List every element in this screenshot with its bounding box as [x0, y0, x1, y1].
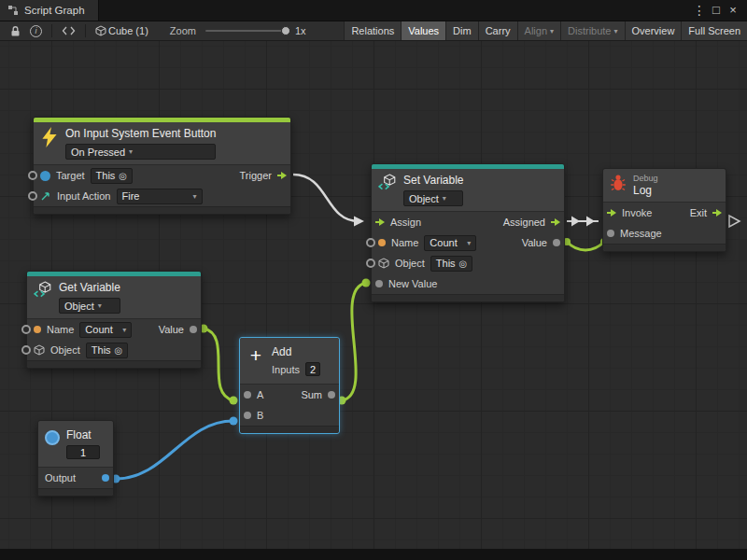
output-label: Output [45, 472, 76, 483]
tab-script-graph[interactable]: Script Graph [0, 0, 99, 21]
variable-scope-dropdown[interactable]: Object ▾ [403, 190, 463, 206]
object-port[interactable] [366, 259, 375, 268]
node-on-input-system-event[interactable]: On Input System Event Button On Pressed … [33, 117, 291, 215]
node-footer [240, 426, 339, 433]
align-button[interactable]: Align ▾ [517, 21, 560, 40]
chevron-down-icon: ▾ [614, 27, 618, 35]
input-action-value: Fire [122, 190, 140, 202]
variable-name-dropdown[interactable]: Count ▾ [79, 322, 132, 338]
assigned-output-port[interactable] [551, 217, 560, 227]
a-input-port[interactable] [244, 391, 251, 399]
carry-button[interactable]: Carry [478, 21, 517, 40]
align-label: Align [525, 25, 547, 36]
node-title: Set Variable [403, 174, 463, 187]
node-debug-log[interactable]: Debug Log Invoke Exit Message [602, 168, 726, 252]
row-object: Object This ◎ [372, 253, 564, 273]
node-title: Get Variable [59, 281, 120, 294]
distribute-button[interactable]: Distribute ▾ [560, 21, 624, 40]
relations-button[interactable]: Relations [344, 21, 401, 40]
zoom-slider[interactable] [205, 30, 288, 32]
target-port[interactable] [28, 171, 37, 180]
variable-scope-dropdown[interactable]: Object ▾ [59, 298, 120, 314]
chevron-down-icon: ▾ [192, 192, 196, 201]
target-object-button[interactable]: Cube (1) [91, 21, 153, 40]
name-port[interactable] [21, 325, 31, 334]
event-mode-label: On Pressed [71, 147, 125, 158]
output-port[interactable] [102, 474, 109, 482]
variable-name-dropdown[interactable]: Count ▾ [424, 235, 476, 251]
chevron-down-icon: ▾ [443, 194, 446, 203]
string-type-icon [378, 239, 386, 246]
inputs-label: Inputs [272, 364, 300, 375]
event-mode-dropdown[interactable]: On Pressed ▾ [65, 144, 216, 160]
name-port[interactable] [366, 238, 375, 247]
values-button[interactable]: Values [401, 21, 445, 40]
zoom-slider-handle[interactable] [281, 26, 290, 35]
object-port[interactable] [21, 345, 31, 355]
variable-icon [378, 174, 397, 192]
lock-icon [10, 25, 21, 37]
row-message: Message [603, 223, 726, 244]
name-label: Name [391, 237, 418, 248]
b-label: B [257, 410, 263, 421]
code-icon [62, 26, 76, 35]
exit-label: Exit [690, 207, 707, 218]
node-footer [372, 294, 564, 301]
exit-output-port[interactable] [712, 208, 722, 217]
dim-button[interactable]: Dim [445, 21, 478, 40]
node-get-variable[interactable]: Get Variable Object ▾ Name Count ▾ Value [26, 271, 202, 369]
input-action-port[interactable] [28, 191, 37, 201]
scope-label: Object [64, 301, 94, 312]
row-b: B [240, 405, 339, 426]
name-label: Name [47, 324, 74, 335]
node-category: Debug [633, 174, 658, 183]
window-menu-icon[interactable]: ⋮ [691, 0, 708, 21]
node-title: Add [272, 345, 320, 358]
invoke-input-port[interactable] [607, 208, 616, 217]
sum-label: Sum [301, 389, 322, 400]
new-value-input-port[interactable] [375, 280, 383, 287]
value-output-port[interactable] [190, 326, 197, 333]
object-chip[interactable]: This ◎ [430, 256, 473, 272]
node-add[interactable]: + Add Inputs 2 A Sum B [239, 337, 340, 434]
row-new-value: New Value [372, 273, 564, 294]
value-output-port[interactable] [553, 239, 560, 246]
target-icon: ◎ [119, 171, 127, 181]
value-label: Value [159, 324, 184, 335]
inspect-button[interactable]: i [25, 21, 47, 40]
target-object-chip[interactable]: This ◎ [91, 168, 134, 184]
node-header: + Add Inputs 2 [240, 338, 339, 385]
add-icon: + [247, 345, 265, 366]
toolbar-separator [85, 24, 86, 37]
title-bar: Script Graph ⋮ □ × [0, 0, 747, 21]
node-set-variable[interactable]: Set Variable Object ▾ Assign Assigned Na… [371, 163, 565, 302]
gameobject-icon [40, 171, 50, 181]
sum-output-port[interactable] [328, 391, 335, 399]
code-view-button[interactable] [57, 21, 80, 40]
maximize-icon[interactable]: □ [708, 0, 725, 21]
b-input-port[interactable] [244, 412, 251, 419]
cube-icon [95, 25, 106, 36]
bottom-edge [0, 549, 747, 560]
trigger-output-port[interactable] [277, 171, 287, 180]
variable-icon [34, 281, 52, 300]
node-footer [27, 360, 201, 368]
assign-input-port[interactable] [375, 217, 385, 227]
target-object-label: Cube (1) [108, 25, 148, 36]
input-action-dropdown[interactable]: Fire ▾ [117, 189, 203, 204]
node-footer [34, 206, 290, 214]
fullscreen-button[interactable]: Full Screen [681, 21, 747, 40]
zoom-label: Zoom [170, 25, 196, 36]
chevron-down-icon: ▾ [98, 301, 102, 310]
message-input-port[interactable] [607, 230, 614, 237]
inputs-count-field[interactable]: 2 [305, 362, 320, 376]
float-value-field[interactable]: 1 [66, 445, 100, 459]
lock-button[interactable] [6, 21, 25, 40]
overview-button[interactable]: Overview [625, 21, 682, 40]
object-chip[interactable]: This ◎ [86, 343, 129, 358]
assign-label: Assign [390, 217, 421, 228]
object-label: Object [50, 344, 80, 356]
close-icon[interactable]: × [725, 0, 741, 21]
node-float[interactable]: Float 1 Output [37, 420, 114, 497]
target-icon: ◎ [459, 259, 468, 269]
